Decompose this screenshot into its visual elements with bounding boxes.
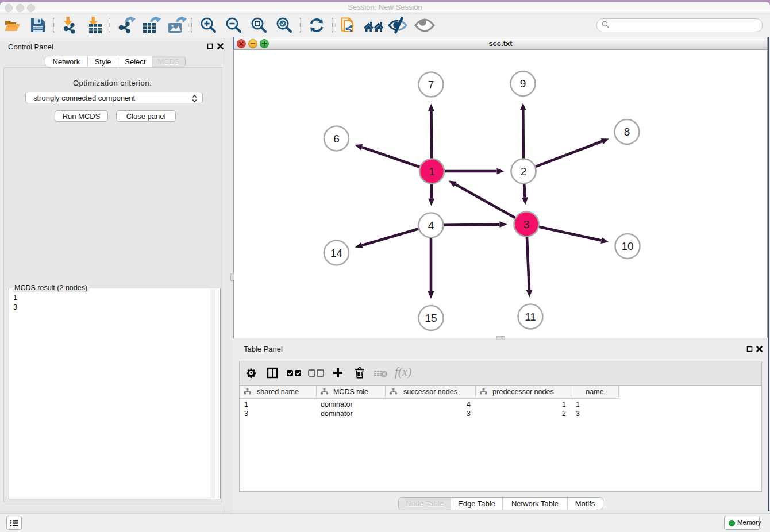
svg-text:10: 10 xyxy=(621,240,633,252)
svg-text:6: 6 xyxy=(333,133,340,145)
svg-text:3: 3 xyxy=(523,218,530,230)
svg-text:15: 15 xyxy=(425,312,437,324)
svg-text:7: 7 xyxy=(428,79,434,91)
svg-text:2: 2 xyxy=(521,165,527,178)
svg-text:11: 11 xyxy=(525,311,536,323)
svg-text:14: 14 xyxy=(330,247,343,259)
svg-text:4: 4 xyxy=(428,219,434,232)
svg-text:1: 1 xyxy=(429,165,435,178)
svg-text:8: 8 xyxy=(624,126,630,138)
svg-text:9: 9 xyxy=(520,78,526,90)
